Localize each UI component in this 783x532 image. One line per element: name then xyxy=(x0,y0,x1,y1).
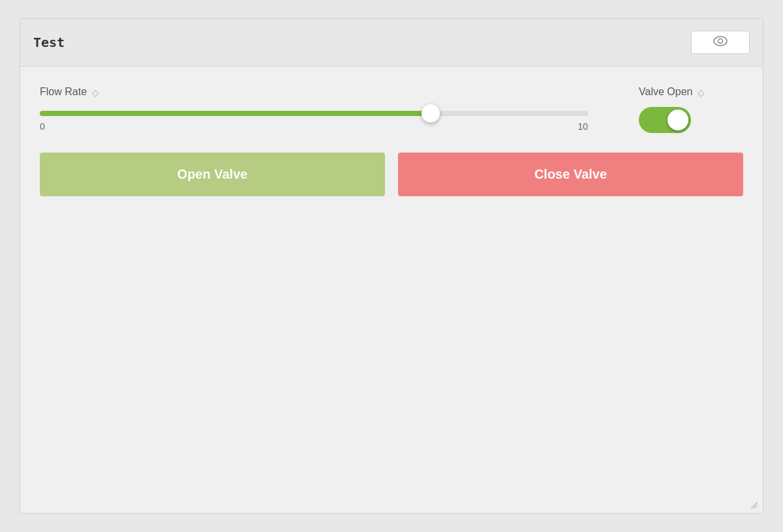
eye-button[interactable] xyxy=(691,31,750,54)
svg-point-0 xyxy=(714,37,727,46)
open-valve-button[interactable]: Open Valve xyxy=(40,153,385,196)
svg-point-1 xyxy=(718,38,723,43)
toggle-slider xyxy=(639,107,691,133)
page-title: Test xyxy=(33,35,65,50)
buttons-row: Open Valve Close Valve xyxy=(40,153,743,196)
flow-rate-section: Flow Rate ◇ 0 10 xyxy=(40,86,588,132)
flow-rate-slider[interactable] xyxy=(40,111,588,116)
slider-min: 0 xyxy=(40,121,45,132)
valve-open-diamond-icon: ◇ xyxy=(698,87,707,96)
main-content: Flow Rate ◇ 0 10 Valve Open ◇ xyxy=(20,66,763,216)
valve-open-section: Valve Open ◇ xyxy=(639,86,743,133)
header-bar: Test xyxy=(20,19,763,66)
slider-max: 10 xyxy=(577,121,588,132)
valve-open-toggle[interactable] xyxy=(639,107,691,133)
flow-rate-slider-container: 0 10 xyxy=(40,107,588,132)
slider-range-row: 0 10 xyxy=(40,121,588,132)
flow-rate-label: Flow Rate xyxy=(40,86,87,98)
valve-open-label-row: Valve Open ◇ xyxy=(639,86,707,98)
flow-rate-diamond-icon: ◇ xyxy=(92,87,101,96)
resize-handle[interactable] xyxy=(751,501,759,509)
eye-icon xyxy=(713,36,728,50)
valve-open-label: Valve Open xyxy=(639,86,692,98)
close-valve-button[interactable]: Close Valve xyxy=(398,153,743,196)
controls-row: Flow Rate ◇ 0 10 Valve Open ◇ xyxy=(40,86,743,133)
main-panel: Test Flow Rate ◇ xyxy=(20,18,763,514)
flow-rate-label-row: Flow Rate ◇ xyxy=(40,86,588,98)
